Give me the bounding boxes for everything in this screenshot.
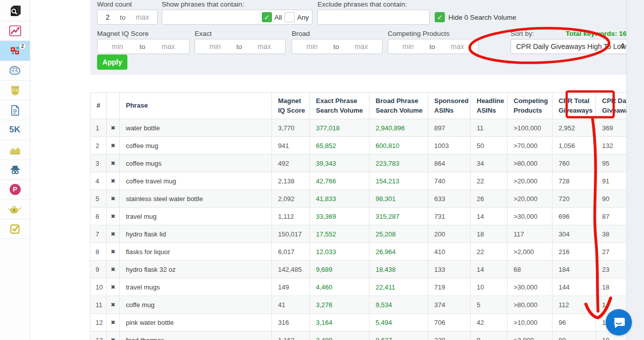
cell-competing: 68 (508, 261, 553, 278)
magnet-iq-min-placeholder[interactable]: min (112, 42, 123, 51)
column-header-broad[interactable]: Broad Phrase Search Volume (370, 93, 428, 119)
sidebar-item-keyword-tracker[interactable] (0, 140, 30, 160)
sidebar-item-frankenstein[interactable] (0, 81, 30, 101)
keyword-table-container: #PhraseMagnet IQ ScoreExact Phrase Searc… (90, 92, 644, 340)
cell-exact: 377,018 (310, 119, 370, 137)
magnet-iq-label: Magnet IQ Score (97, 30, 149, 37)
remove-keyword-button[interactable]: ✖ (107, 208, 120, 225)
magnet-iq-range-input[interactable]: min to max (97, 39, 190, 54)
sidebar-item-blackbox[interactable] (0, 2, 30, 21)
sidebar-item-cerebro[interactable] (0, 61, 30, 81)
table-row: 3✖coffee mugs49239,343223,78386434>80,00… (90, 155, 644, 172)
broad-min-placeholder[interactable]: min (306, 42, 318, 51)
include-phrases-input[interactable]: ✓ All Any (162, 10, 312, 25)
sidebar-item-profits[interactable]: P (0, 180, 30, 200)
sidebar-item-magnet-active[interactable]: 2 (0, 41, 30, 61)
cell-exact: 65,852 (310, 137, 370, 155)
cell-exact: 9,689 (310, 261, 370, 278)
cell-competing: >20,000 (508, 172, 553, 190)
chat-launcher-button[interactable] (606, 309, 632, 335)
trend-chart-icon (9, 24, 22, 37)
apply-button[interactable]: Apply (97, 55, 127, 70)
column-header-sponsored[interactable]: Sponsored ASINs (428, 93, 471, 119)
remove-keyword-button[interactable]: ✖ (107, 296, 120, 314)
cell-broad: 8,627 (370, 331, 428, 340)
cell-sponsored: 410 (428, 243, 471, 261)
column-header-miq[interactable]: Magnet IQ Score (272, 93, 310, 119)
remove-keyword-button[interactable]: ✖ (107, 261, 120, 278)
tool-sidebar: 2 5K (0, 0, 30, 340)
any-checkbox[interactable] (285, 12, 295, 22)
cell-competing: 117 (508, 225, 553, 243)
cell-rank: 1 (90, 119, 107, 137)
cell-headline: 11 (471, 119, 508, 137)
cell-competing: >70,000 (508, 137, 553, 155)
hide-zero-checkbox[interactable]: ✓ (435, 12, 445, 22)
cell-miq: 2,092 (272, 190, 310, 208)
cell-headline: 18 (471, 225, 508, 243)
competing-min-placeholder[interactable]: min (402, 42, 414, 51)
hide-zero-search-volume-control: ✓ Hide 0 Search Volume (435, 12, 516, 22)
broad-to-label: to (333, 43, 339, 51)
spy-icon (9, 163, 22, 176)
cell-sponsored: 374 (428, 296, 471, 314)
table-row: 5✖stainless steel water bottle2,09241,83… (90, 190, 644, 208)
competing-products-range-input[interactable]: min to max (388, 39, 479, 54)
remove-keyword-button[interactable]: ✖ (107, 137, 120, 155)
cell-sponsored: 897 (428, 119, 471, 137)
column-header-phrase[interactable]: Phrase (120, 93, 272, 119)
cell-headline: 22 (471, 243, 508, 261)
cell-exact: 42,766 (310, 172, 370, 190)
remove-keyword-button[interactable]: ✖ (107, 314, 120, 331)
sidebar-item-refund-genie[interactable]: $ (0, 200, 30, 219)
cell-rank: 10 (90, 278, 107, 296)
table-row: 11✖coffe mug413,2769,5343745>80,00011214 (90, 296, 644, 314)
cell-cpr_total: 184 (553, 261, 596, 278)
broad-range-input[interactable]: min to max (292, 39, 383, 54)
column-header-headline[interactable]: Headline ASINs (471, 93, 508, 119)
competing-max-placeholder[interactable]: max (451, 42, 464, 51)
keyword-table: #PhraseMagnet IQ ScoreExact Phrase Searc… (90, 92, 644, 340)
column-header-remove[interactable] (107, 93, 120, 119)
exact-max-placeholder[interactable]: max (258, 42, 271, 51)
5k-icon: 5K (9, 125, 21, 135)
column-header-competing[interactable]: Competing Products (508, 93, 553, 119)
remove-keyword-button[interactable]: ✖ (107, 225, 120, 243)
cell-sponsored: 1003 (428, 137, 471, 155)
sort-select[interactable]: CPR Daily Giveaways High To Low (511, 39, 629, 54)
remove-keyword-button[interactable]: ✖ (107, 243, 120, 261)
word-count-input[interactable]: 2 to max (97, 10, 158, 25)
cell-cpr_total: 1,056 (553, 137, 596, 155)
table-row: 9✖hydro flask 32 oz142,4859,68918,438133… (90, 261, 644, 278)
remove-keyword-button[interactable]: ✖ (107, 190, 120, 208)
exclude-phrases-input[interactable] (317, 10, 430, 25)
word-count-max-placeholder[interactable]: max (136, 13, 149, 21)
remove-keyword-button[interactable]: ✖ (107, 119, 120, 137)
exact-min-placeholder[interactable]: min (209, 42, 221, 51)
sidebar-item-misspellinator[interactable] (0, 219, 30, 239)
cell-broad: 5,494 (370, 314, 428, 331)
remove-keyword-button[interactable]: ✖ (107, 331, 120, 340)
column-header-cpr_total[interactable]: CPR Total Giveaways (553, 93, 596, 119)
exact-label: Exact (195, 30, 212, 37)
sidebar-item-5k-checker[interactable]: 5K (0, 120, 30, 140)
exclude-phrases-label: Exclude phrases that contain: (317, 1, 407, 8)
sidebar-item-trends[interactable] (0, 21, 30, 41)
sidebar-item-scribbles[interactable] (0, 101, 30, 120)
word-count-min-value[interactable]: 2 (106, 13, 110, 21)
column-header-rank[interactable]: # (90, 93, 107, 119)
column-header-exact[interactable]: Exact Phrase Search Volume (310, 93, 370, 119)
broad-max-placeholder[interactable]: max (355, 42, 368, 51)
all-checkbox[interactable]: ✓ (262, 12, 272, 22)
cell-competing: >30,000 (508, 208, 553, 225)
sidebar-item-hijacker-alerts[interactable] (0, 160, 30, 180)
cell-competing: >20,000 (508, 190, 553, 208)
remove-keyword-button[interactable]: ✖ (107, 278, 120, 296)
cell-cpr_total: 696 (553, 208, 596, 225)
magnet-iq-max-placeholder[interactable]: max (162, 42, 175, 51)
remove-keyword-button[interactable]: ✖ (107, 172, 120, 190)
exact-range-input[interactable]: min to max (195, 39, 286, 54)
remove-keyword-button[interactable]: ✖ (107, 155, 120, 172)
cell-cpr_total: 216 (553, 243, 596, 261)
include-phrases-label: Show phrases that contain: (162, 1, 244, 8)
